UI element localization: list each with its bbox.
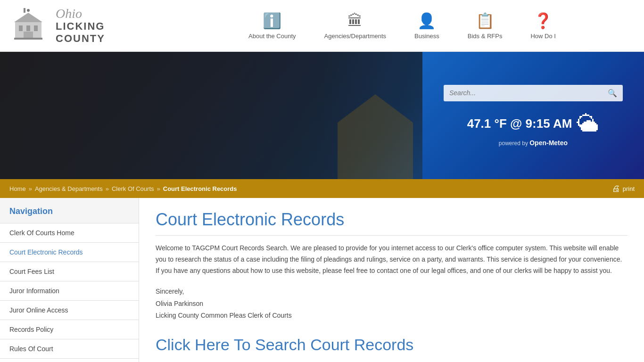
sidebar-item-clerk-home[interactable]: Clerk Of Courts Home bbox=[0, 223, 139, 243]
nav-agencies[interactable]: 🏛 Agencies/Departments bbox=[310, 8, 401, 44]
search-input[interactable] bbox=[449, 89, 608, 97]
sidebar-item-rules-court[interactable]: Rules Of Court bbox=[0, 339, 139, 359]
bids-icon: 📋 bbox=[476, 12, 495, 30]
search-bar[interactable]: 🔍 bbox=[444, 85, 623, 101]
nav-agencies-label: Agencies/Departments bbox=[324, 33, 387, 40]
content-body: Welcome to TAGCPM Court Records Search. … bbox=[156, 243, 627, 276]
sincerely-text: Sincerely, bbox=[156, 286, 627, 297]
weather-temp: 47.1 °F @ 9:15 AM bbox=[467, 116, 572, 131]
print-label: print bbox=[623, 185, 635, 192]
logo-text: Ohio Licking County bbox=[56, 7, 105, 45]
nav-howdoi-label: How Do I bbox=[530, 33, 555, 40]
breadcrumb-agencies[interactable]: Agencies & Departments bbox=[35, 185, 103, 192]
print-icon: 🖨 bbox=[612, 184, 620, 194]
about-icon: ℹ️ bbox=[263, 12, 281, 30]
sidebar: Navigation Clerk Of Courts Home Court El… bbox=[0, 198, 139, 362]
content-panel: Court Electronic Records Welcome to TAGC… bbox=[139, 198, 644, 362]
logo-ohio: Ohio bbox=[56, 7, 105, 20]
svg-rect-4 bbox=[26, 25, 30, 31]
logo-area: Ohio Licking County bbox=[9, 6, 170, 46]
weather-powered-brand: Open-Meteo bbox=[529, 139, 568, 147]
svg-rect-7 bbox=[14, 38, 42, 40]
breadcrumb-clerk[interactable]: Clerk Of Courts bbox=[112, 185, 154, 192]
howdoi-icon: ❓ bbox=[534, 12, 553, 30]
breadcrumb-sep-2: » bbox=[106, 185, 109, 192]
nav-about-label: About the County bbox=[248, 33, 296, 40]
svg-rect-6 bbox=[24, 32, 33, 39]
breadcrumb-bar: Home » Agencies & Departments » Clerk Of… bbox=[0, 179, 644, 198]
building-icon bbox=[9, 6, 47, 43]
sidebar-item-title-office[interactable]: Title Office bbox=[0, 359, 139, 362]
signer-title: Licking County Common Pleas Clerk of Cou… bbox=[156, 310, 627, 321]
site-header: Ohio Licking County ℹ️ About the County … bbox=[0, 0, 644, 52]
breadcrumb-home[interactable]: Home bbox=[9, 185, 26, 192]
sidebar-item-court-fees[interactable]: Court Fees List bbox=[0, 262, 139, 281]
weather-powered: powered by Open-Meteo bbox=[467, 139, 600, 147]
print-button[interactable]: 🖨 print bbox=[612, 184, 635, 194]
search-icon: 🔍 bbox=[608, 89, 617, 98]
nav-bids[interactable]: 📋 Bids & RFPs bbox=[454, 7, 517, 44]
svg-rect-0 bbox=[24, 8, 25, 13]
sidebar-item-juror-online[interactable]: Juror Online Access bbox=[0, 301, 139, 320]
logo-county: County bbox=[56, 33, 105, 45]
sidebar-item-records-policy[interactable]: Records Policy bbox=[0, 320, 139, 339]
breadcrumb: Home » Agencies & Departments » Clerk Of… bbox=[9, 185, 237, 192]
svg-marker-1 bbox=[14, 13, 42, 22]
nav-bids-label: Bids & RFPs bbox=[468, 33, 503, 40]
signer-name: Olivia Parkinson bbox=[156, 298, 627, 310]
logo-image bbox=[9, 6, 52, 46]
breadcrumb-current: Court Electronic Records bbox=[163, 185, 237, 192]
svg-rect-5 bbox=[34, 25, 38, 31]
hero-panel: 🔍 47.1 °F @ 9:15 AM 🌥 powered by Open-Me… bbox=[422, 52, 644, 179]
main-nav: ℹ️ About the County 🏛 Agencies/Departmen… bbox=[170, 7, 635, 44]
page-title: Court Electronic Records bbox=[156, 210, 627, 236]
logo-licking: Licking bbox=[56, 20, 105, 33]
breadcrumb-sep-3: » bbox=[157, 185, 160, 192]
business-icon: 👤 bbox=[417, 12, 436, 30]
agencies-icon: 🏛 bbox=[347, 12, 363, 30]
weather-powered-prefix: powered by bbox=[499, 140, 528, 147]
nav-about[interactable]: ℹ️ About the County bbox=[234, 7, 310, 44]
nav-business-label: Business bbox=[414, 33, 439, 40]
sidebar-title: Navigation bbox=[0, 198, 139, 223]
cta-search-link[interactable]: Click Here To Search Court Records bbox=[156, 336, 413, 354]
sidebar-item-juror-info[interactable]: Juror Information bbox=[0, 281, 139, 301]
weather-icon: 🌥 bbox=[577, 111, 599, 137]
main-content: Navigation Clerk Of Courts Home Court El… bbox=[0, 198, 644, 362]
hero-banner: 🔍 47.1 °F @ 9:15 AM 🌥 powered by Open-Me… bbox=[0, 52, 644, 179]
breadcrumb-sep-1: » bbox=[29, 185, 32, 192]
weather-widget: 47.1 °F @ 9:15 AM 🌥 powered by Open-Mete… bbox=[467, 111, 600, 147]
sidebar-item-court-records[interactable]: Court Electronic Records bbox=[0, 243, 139, 262]
svg-rect-3 bbox=[19, 25, 23, 31]
nav-business[interactable]: 👤 Business bbox=[400, 7, 454, 44]
svg-point-8 bbox=[27, 9, 30, 12]
nav-howdoi[interactable]: ❓ How Do I bbox=[516, 7, 570, 44]
signature-block: Sincerely, Olivia Parkinson Licking Coun… bbox=[156, 286, 627, 321]
